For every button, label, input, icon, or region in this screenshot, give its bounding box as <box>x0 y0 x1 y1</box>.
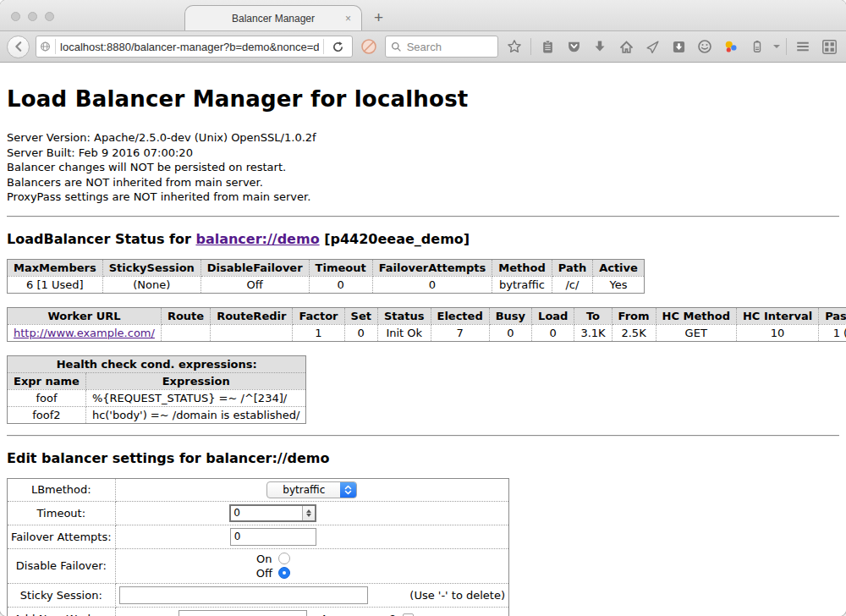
col-path: Path <box>552 259 592 276</box>
add-worker-input[interactable] <box>179 610 307 616</box>
table-row: foof %{REQUEST_STATUS} =~ /^[234]/ <box>8 389 306 406</box>
server-version-line: Server Version: Apache/2.5.0-dev (Unix) … <box>7 130 839 146</box>
status-heading-suffix: [p4420eeae_demo] <box>320 231 470 247</box>
minimize-window-button[interactable] <box>28 12 37 21</box>
balancer-status-table: MaxMembers StickySession DisableFailover… <box>7 259 645 294</box>
col-hc-interval: HC Interval <box>736 307 818 324</box>
loadbalancer-status-heading: LoadBalancer Status for balancer://demo … <box>7 231 839 247</box>
proxypass-warning-line: ProxyPass settings are NOT inherited fro… <box>7 190 839 205</box>
hamburger-icon <box>795 39 810 54</box>
tab-bar: Balancer Manager × + <box>0 0 846 31</box>
col-routeredir: RouteRedir <box>211 307 293 324</box>
server-info: Server Version: Apache/2.5.0-dev (Unix) … <box>7 130 839 205</box>
home-icon <box>619 40 634 54</box>
menu-button[interactable] <box>793 36 813 57</box>
col-timeout: Timeout <box>309 259 372 276</box>
back-button[interactable] <box>7 36 30 58</box>
status-heading-prefix: LoadBalancer Status for <box>7 231 195 247</box>
failover-attempts-input[interactable] <box>230 528 316 546</box>
url-text[interactable]: localhost:8880/balancer-manager?b=demo&n… <box>60 41 319 53</box>
url-bar[interactable]: localhost:8880/balancer-manager?b=demo&n… <box>36 36 353 58</box>
urlbar-divider <box>55 39 56 54</box>
table-header-row: Worker URL Route RouteRedir Factor Set S… <box>8 307 846 324</box>
cell-worker-url: http://www.example.com/ <box>8 324 162 341</box>
save-to-device-button[interactable] <box>668 36 689 57</box>
send-tab-button[interactable] <box>642 36 662 57</box>
form-row-failover-attempts: Failover Attempts: <box>8 525 509 548</box>
col-passes: Passes <box>819 307 846 324</box>
col-disablefailover: DisableFailover <box>201 259 309 276</box>
reload-icon <box>332 41 344 53</box>
disable-failover-label: Disable Failover: <box>8 548 116 583</box>
reload-button[interactable] <box>328 36 349 57</box>
col-stickysession: StickySession <box>102 259 201 276</box>
cell-set: 0 <box>344 324 377 341</box>
form-row-lbmethod: LBmethod: bytraffic <box>8 478 509 501</box>
cell-method: bytraffic <box>492 276 552 293</box>
cell-routeredir <box>211 324 293 341</box>
are-you-sure-label: Are you sure? <box>321 613 396 616</box>
tab-close-icon[interactable]: × <box>345 13 351 25</box>
balancer-demo-link[interactable]: balancer://demo <box>195 231 319 247</box>
table-header-row: Expr name Expression <box>8 372 306 389</box>
server-built-line: Server Built: Feb 9 2016 07:00:20 <box>7 146 839 161</box>
timeout-input[interactable] <box>231 506 302 520</box>
home-button[interactable] <box>616 36 636 57</box>
colored-dots-extension-button[interactable] <box>721 36 741 57</box>
off-label: Off <box>256 566 272 580</box>
overflow-caret-icon[interactable] <box>773 45 780 48</box>
table-header-row: MaxMembers StickySession DisableFailover… <box>8 259 645 276</box>
cell-load: 0 <box>532 324 574 341</box>
edit-balancer-heading: Edit balancer settings for balancer://de… <box>7 450 839 466</box>
table-title-row: Health check cond. expressions: <box>8 355 306 372</box>
persist-warning-line: Balancer changes will NOT be persisted o… <box>7 160 839 175</box>
worker-url-link[interactable]: http://www.example.com/ <box>14 327 155 339</box>
cell-maxmembers: 6 [1 Used] <box>8 276 103 293</box>
clipboard-button[interactable] <box>537 36 558 57</box>
smiley-icon <box>697 39 712 54</box>
zoom-window-button[interactable] <box>45 12 54 21</box>
failover-on-radio[interactable] <box>278 553 290 564</box>
bookmark-star-button[interactable] <box>504 36 525 57</box>
script-blocker-extension-button[interactable] <box>359 36 379 57</box>
globe-icon <box>40 40 51 53</box>
divider <box>7 216 839 217</box>
downloads-button[interactable] <box>590 36 610 57</box>
add-worker-label: Add New Worker: <box>8 607 116 616</box>
col-status: Status <box>377 307 431 324</box>
tab-balancer-manager[interactable]: Balancer Manager × <box>184 5 362 30</box>
failover-off-radio[interactable] <box>278 567 290 579</box>
are-you-sure-checkbox[interactable] <box>403 613 414 616</box>
lbmethod-selected-value: bytraffic <box>267 484 340 496</box>
battery-extension-button[interactable] <box>747 36 767 57</box>
divider <box>7 435 839 437</box>
sticky-session-input[interactable] <box>119 586 368 604</box>
cell-stickysession: (None) <box>102 276 201 293</box>
page-content: Load Balancer Manager for localhost Serv… <box>0 63 846 616</box>
close-window-button[interactable] <box>11 12 20 21</box>
balancer-settings-form: LBmethod: bytraffic Timeout: <box>7 478 509 616</box>
failover-off-option: Off <box>119 566 427 580</box>
search-placeholder: Search <box>407 41 442 53</box>
grid-tiles-icon <box>821 39 838 55</box>
urlbar-divider <box>323 39 324 54</box>
search-bar[interactable]: Search <box>385 36 498 58</box>
navigation-toolbar: localhost:8880/balancer-manager?b=demo&n… <box>0 31 846 63</box>
col-hc-method: HC Method <box>656 307 736 324</box>
col-route: Route <box>161 307 210 324</box>
browser-window: Balancer Manager × + localhost:8880/bala… <box>0 0 846 616</box>
pocket-button[interactable] <box>563 36 584 57</box>
new-tab-button[interactable]: + <box>374 8 383 27</box>
col-load: Load <box>532 307 574 324</box>
lbmethod-select[interactable]: bytraffic <box>266 481 357 498</box>
number-spinner-icon[interactable] <box>302 506 315 520</box>
cell-timeout: 0 <box>309 276 372 293</box>
col-from: From <box>612 307 656 324</box>
form-row-sticky-session: Sticky Session: (Use '-' to delete) <box>8 583 509 607</box>
table-row: 6 [1 Used] (None) Off 0 0 bytraffic /c/ … <box>8 276 645 293</box>
table-row: foof2 hc('body') =~ /domain is establish… <box>8 406 306 423</box>
feedback-smiley-button[interactable] <box>695 36 715 57</box>
col-failoverattempts: FailoverAttempts <box>372 259 492 276</box>
tab-groups-button[interactable] <box>819 36 839 57</box>
cell-expr-name: foof2 <box>8 406 86 423</box>
